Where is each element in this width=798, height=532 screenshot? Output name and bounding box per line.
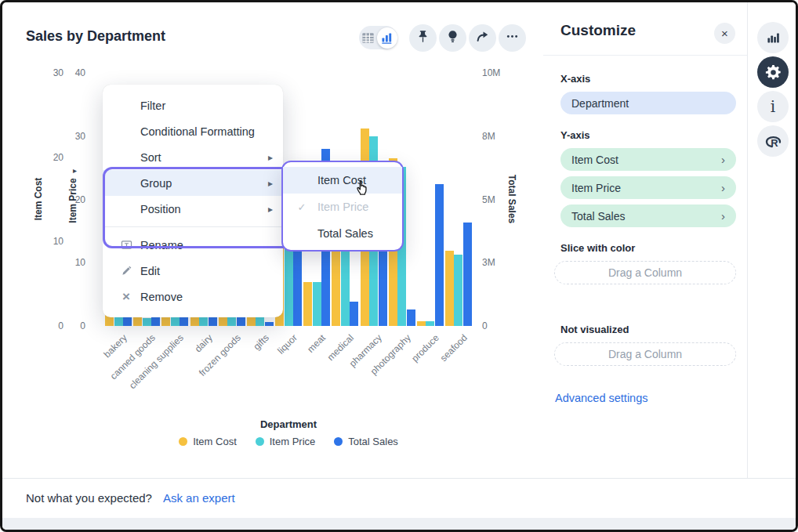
remove-icon: × — [119, 290, 133, 303]
menu-item-label: Rename — [140, 239, 183, 252]
menu-item-position[interactable]: Position▸ — [103, 196, 283, 222]
pin-button[interactable] — [409, 24, 437, 52]
view-toggle[interactable] — [359, 26, 397, 49]
submenu-arrow-icon: ▸ — [268, 204, 273, 215]
item_price-tick: 30 — [60, 131, 85, 142]
table-view-icon[interactable] — [359, 26, 378, 49]
footer: Not what you expected? Ask an expert — [26, 491, 235, 505]
bar-item_price[interactable] — [454, 255, 462, 326]
chevron-right-icon: › — [721, 209, 725, 223]
bar-total_sales[interactable] — [463, 223, 472, 326]
y-axis-pill-item-cost[interactable]: Item Cost› — [560, 148, 736, 171]
item_price-tick: 0 — [60, 320, 85, 331]
menu-item-label: Sort — [140, 151, 161, 164]
menu-item-remove[interactable]: ×Remove — [103, 284, 283, 309]
not-visualized-drop-target[interactable]: Drag a Column — [554, 342, 736, 366]
bar-chart-icon — [766, 31, 780, 45]
bar-item_cost[interactable] — [303, 282, 312, 326]
total_sales-tick: 3M — [482, 257, 513, 268]
menu-item-filter[interactable]: Filter — [103, 92, 283, 118]
context-menu: FilterConditional FormattingSort▸Group▸P… — [103, 85, 283, 317]
item_price-menu-arrow-icon[interactable]: ▸ — [73, 166, 77, 175]
bottom-strip — [2, 518, 798, 532]
menu-item-group[interactable]: Group▸ — [103, 170, 283, 196]
x-axis-section-label: X-axis — [560, 73, 590, 85]
submenu-item-total-sales[interactable]: Total Sales — [283, 220, 402, 247]
chart-toolbar — [409, 24, 526, 52]
share-arrow-button[interactable] — [469, 24, 496, 52]
bar-total_sales[interactable] — [379, 245, 387, 326]
menu-item-conditional-formatting[interactable]: Conditional Formatting — [103, 118, 283, 144]
app-window: Sales by Department 3020100Item Cost4030… — [0, 0, 798, 532]
bar-total_sales[interactable] — [265, 322, 274, 326]
share-arrow-icon — [475, 29, 490, 47]
customize-panel-title: Customize — [560, 22, 636, 39]
slice-drop-target[interactable]: Drag a Column — [554, 261, 736, 284]
close-icon[interactable]: × — [714, 23, 735, 44]
bar-item_cost[interactable] — [445, 251, 454, 326]
r-logo-icon: R — [764, 132, 782, 150]
menu-item-label: Remove — [140, 291, 183, 303]
total_sales-axis-title[interactable]: Total Sales — [506, 175, 517, 223]
menu-item-label: Group — [140, 177, 172, 190]
settings-gear-button[interactable] — [757, 56, 789, 88]
y-axis-pill-total-sales[interactable]: Total Sales› — [560, 204, 736, 227]
edit-icon — [119, 265, 133, 277]
hand-cursor-icon — [353, 178, 373, 201]
chevron-right-icon: › — [721, 181, 725, 194]
check-icon: ✓ — [292, 201, 311, 213]
y-axis-pill-item-price[interactable]: Item Price› — [560, 176, 736, 199]
page-title: Sales by Department — [26, 28, 165, 45]
more-ellipsis-icon — [505, 29, 520, 47]
x-axis-pill-department[interactable]: Department — [560, 92, 736, 114]
menu-item-label: Position — [140, 203, 181, 215]
lightbulb-icon — [445, 29, 460, 47]
bar-total_sales[interactable] — [435, 184, 444, 326]
info-icon: i — [771, 97, 775, 116]
item_cost-tick: 10 — [38, 236, 63, 247]
menu-item-label: Filter — [140, 100, 165, 112]
menu-item-sort[interactable]: Sort▸ — [103, 144, 283, 170]
rename-icon — [119, 238, 133, 252]
ask-expert-link[interactable]: Ask an expert — [163, 491, 235, 505]
pill-label: Department — [571, 97, 629, 110]
item_price-tick: 10 — [60, 257, 85, 268]
item_price-tick: 40 — [60, 67, 85, 78]
total_sales-tick: 0 — [482, 320, 513, 331]
menu-item-rename[interactable]: Rename — [103, 232, 283, 258]
submenu-item-label: Item Price — [317, 201, 368, 213]
divider — [543, 55, 747, 56]
not-visualized-section-label: Not visualized — [560, 324, 629, 335]
submenu-item-label: Total Sales — [317, 227, 373, 240]
menu-divider — [103, 226, 283, 227]
advanced-settings-link[interactable]: Advanced settings — [555, 392, 648, 404]
item_cost-axis-title[interactable]: Item Cost — [33, 178, 44, 221]
more-ellipsis-button[interactable] — [499, 24, 526, 52]
bar-chart-button[interactable] — [757, 22, 789, 53]
r-logo-button[interactable]: R — [757, 125, 789, 157]
bar-item_price[interactable] — [313, 282, 321, 326]
y-axis-section-label: Y-axis — [560, 129, 590, 141]
customize-panel: Customize × X-axis Department Y-axis Ite… — [543, 2, 747, 478]
info-button[interactable]: i — [757, 91, 789, 122]
footer-divider — [2, 478, 798, 479]
pill-label: Item Price — [571, 182, 621, 194]
menu-item-edit[interactable]: Edit — [103, 258, 283, 284]
menu-item-label: Conditional Formatting — [140, 125, 255, 138]
submenu-item-item-price[interactable]: ✓Item Price — [283, 194, 402, 220]
bar-item_price[interactable] — [426, 321, 434, 327]
item_cost-tick: 20 — [38, 152, 63, 163]
chart-view-icon[interactable] — [377, 27, 397, 49]
total_sales-tick: 8M — [482, 131, 513, 142]
bar-total_sales[interactable] — [407, 309, 415, 326]
pill-label: Total Sales — [571, 210, 625, 223]
submenu-arrow-icon: ▸ — [268, 178, 273, 189]
item_price-axis-title[interactable]: Item Price — [67, 178, 78, 223]
bar-item_price[interactable] — [143, 318, 151, 327]
bar-item_cost[interactable] — [133, 317, 142, 326]
bar-item_cost[interactable] — [417, 321, 426, 327]
lightbulb-button[interactable] — [439, 24, 466, 52]
svg-text:R: R — [771, 137, 778, 149]
submenu-item-item-cost[interactable]: Item Cost — [283, 167, 402, 194]
bar-total_sales[interactable] — [350, 302, 358, 326]
